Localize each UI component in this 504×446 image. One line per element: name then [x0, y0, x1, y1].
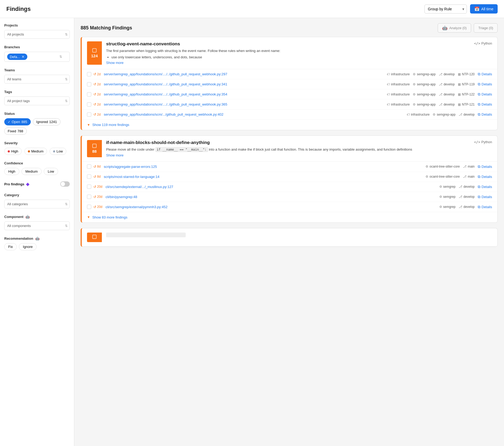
finding-checkbox[interactable] [87, 195, 91, 199]
triangle-icon: ▼ [87, 123, 90, 127]
header: Findings Group by Rule 📅 All time [0, 0, 504, 18]
confidence-section: Confidence High Medium Low [4, 161, 70, 175]
pro-findings-row: Pro findings ◆ [4, 181, 70, 187]
findings-actions: 🤖 Analyze (0) Triage (0) [438, 23, 498, 33]
finding-checkbox[interactable] [87, 82, 91, 86]
projects-label: Projects [4, 23, 70, 27]
component-label: Component 🤖 [4, 215, 70, 219]
rule-group-1-show-more[interactable]: Show more [106, 61, 124, 65]
clock-icon: ↺ [93, 165, 96, 169]
tags-label: Tags [4, 90, 70, 94]
confidence-low-button[interactable]: Low [44, 168, 58, 175]
details-link[interactable]: ⧉ Details [478, 164, 492, 169]
projects-select[interactable]: All projects [4, 30, 70, 39]
projects-section: Projects All projects [4, 23, 70, 39]
severity-label: Severity [4, 141, 70, 145]
component-select[interactable]: All components [4, 221, 70, 230]
details-link[interactable]: ⧉ Details [478, 195, 492, 199]
severity-section: Severity High Medium Low [4, 141, 70, 155]
recommendation-group: Fix Ignore [4, 243, 70, 250]
github-icon: ⚙ [425, 175, 428, 178]
finding-meta: 🏷 infrastructure ⚙ semgrep-app ⎇ develop [407, 113, 475, 116]
branches-input-wrapper[interactable]: Defa... ✕ [4, 52, 70, 62]
finding-path: server/semgrep_app/foundations/scm/.../g… [104, 112, 403, 116]
rule-group-2-lang: </> Python [474, 140, 492, 144]
rec-fix-button[interactable]: Fix [4, 243, 17, 250]
branch-icon: ⎇ [463, 165, 467, 168]
details-link[interactable]: ⧉ Details [478, 185, 492, 189]
rule-group-2-show-more[interactable]: Show more [106, 153, 124, 157]
finding-checkbox[interactable] [87, 92, 91, 97]
status-ignored-button[interactable]: Ignored 1241 [33, 118, 60, 125]
details-link[interactable]: ⧉ Details [478, 102, 492, 107]
severity-low-button[interactable]: Low [50, 148, 66, 155]
finding-row: ↺ 2d server/semgrep_app/foundations/scm/… [82, 110, 497, 120]
all-time-button[interactable]: 📅 All time [470, 4, 498, 14]
clock-icon: ↺ [93, 72, 96, 76]
finding-path: server/semgrep_app/foundations/scm/..../… [104, 92, 384, 96]
severity-medium-button[interactable]: Medium [24, 148, 47, 155]
show-more-findings-2[interactable]: ▼ Show 83 more findings [82, 212, 497, 222]
teams-section: Teams All teams [4, 68, 70, 84]
ticket-icon: ▦ [458, 103, 461, 106]
code-brackets-icon: </> [474, 41, 480, 45]
finding-checkbox[interactable] [87, 164, 91, 169]
details-link[interactable]: ⧉ Details [478, 205, 492, 209]
finding-checkbox[interactable] [87, 102, 91, 107]
finding-checkbox[interactable] [87, 185, 91, 189]
finding-checkbox[interactable] [87, 112, 91, 117]
details-icon: ⧉ [478, 195, 480, 199]
category-select[interactable]: All categories [4, 200, 70, 208]
rule-group-3 [81, 228, 498, 247]
finding-path: scripts/most-starred-for-language:14 [104, 175, 422, 179]
recommendation-icon: 🤖 [35, 237, 40, 241]
finding-checkbox[interactable] [87, 174, 91, 179]
severity-high-button[interactable]: High [4, 148, 22, 155]
analyze-icon: 🤖 [442, 25, 447, 30]
details-link[interactable]: ⧉ Details [478, 82, 492, 86]
branch-icon: ⎇ [459, 205, 462, 209]
details-icon: ⧉ [478, 174, 480, 179]
pro-findings-toggle[interactable] [60, 181, 70, 187]
confidence-medium-button[interactable]: Medium [21, 168, 42, 175]
tags-select[interactable]: All project tags [4, 97, 70, 105]
details-link[interactable]: ⧉ Details [478, 112, 492, 117]
status-open-button[interactable]: ✓ Open 885 [4, 118, 31, 125]
finding-row: ↺ 2d server/semgrep_app/foundations/scm/… [82, 89, 497, 99]
finding-path: scripts/aggregate-parse-errors:125 [104, 165, 422, 169]
finding-meta: 🏷 infrastructure ⚙ semgrep-app ⎇ develop… [387, 82, 475, 86]
branch-remove-icon[interactable]: ✕ [21, 55, 25, 59]
medium-dot-icon [28, 150, 30, 152]
high-dot-icon [8, 150, 10, 152]
recommendation-label: Recommendation 🤖 [4, 237, 70, 241]
app-container: Findings Group by Rule 📅 All time Projec… [0, 0, 504, 446]
finding-meta: ⚙ ocaml-tree-sitter-core ⎇ main [425, 175, 475, 178]
details-icon: ⧉ [478, 185, 480, 189]
details-icon: ⧉ [478, 72, 480, 76]
analyze-button[interactable]: 🤖 Analyze (0) [438, 23, 471, 33]
group-by-select[interactable]: Group by Rule [424, 5, 467, 14]
clock-icon: ↺ [93, 205, 96, 209]
finding-checkbox[interactable] [87, 205, 91, 209]
rec-ignore-button[interactable]: Ignore [19, 243, 37, 250]
finding-path: cli/bin/pysemgrep:48 [106, 195, 436, 199]
confidence-high-button[interactable]: High [4, 168, 19, 175]
teams-select[interactable]: All teams [4, 75, 70, 84]
details-link[interactable]: ⧉ Details [478, 174, 492, 179]
ticket-icon: ▦ [458, 93, 461, 96]
triage-button[interactable]: Triage (0) [474, 23, 498, 33]
finding-checkbox[interactable] [87, 72, 91, 76]
tag-icon: 🏷 [387, 103, 390, 106]
status-fixed-button[interactable]: Fixed 788 [4, 128, 27, 135]
finding-meta: 🏷 infrastructure ⚙ semgrep-app ⎇ develop… [387, 103, 475, 106]
github-icon: ⚙ [413, 82, 416, 86]
rule-group-1-lang: </> Python [474, 41, 492, 45]
finding-path: server/semgrep_app/foundations/scm/..../… [104, 102, 384, 106]
finding-time: ↺ 2d [93, 72, 101, 76]
category-section: Category All categories [4, 193, 70, 208]
details-link[interactable]: ⧉ Details [478, 72, 492, 76]
code-brackets-icon-2: </> [474, 140, 480, 144]
show-more-findings-1[interactable]: ▼ Show 119 more findings [82, 120, 497, 130]
main-content: 885 Matching Findings 🤖 Analyze (0) Tria… [74, 18, 504, 446]
details-link[interactable]: ⧉ Details [478, 92, 492, 97]
